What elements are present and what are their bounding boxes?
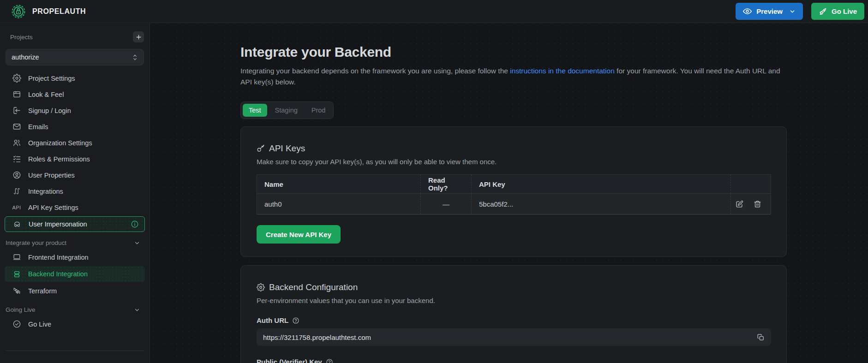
sidebar-item-label: Project Settings: [28, 75, 75, 82]
sidebar-item-label: Organization Settings: [28, 139, 92, 147]
project-selector[interactable]: authorize: [6, 49, 144, 65]
key-icon: [257, 144, 265, 153]
checklist-icon: [12, 155, 21, 163]
main-content: Integrate your Backend Integrating your …: [150, 23, 868, 363]
column-header-api-key: API Key: [471, 175, 730, 193]
sidebar-item-user-impersonation[interactable]: User Impersonation: [5, 216, 145, 232]
topbar: PROPELAUTH Preview Go Live: [0, 0, 868, 23]
intro-text: Integrating your backend depends on the …: [240, 65, 787, 88]
column-header-name: Name: [257, 175, 420, 193]
help-circle-icon[interactable]: [292, 317, 299, 324]
sidebar-item-project-settings[interactable]: Project Settings: [0, 70, 150, 86]
card-subtitle: Make sure to copy your API key(s), as yo…: [257, 158, 771, 166]
auth-url-value: https://3211758.propelauthtest.com: [263, 333, 371, 341]
public-verifier-key-label: Public (Verifier) Key: [257, 358, 322, 363]
section-integrate-your-product[interactable]: Integrate your product: [0, 239, 150, 246]
go-live-label: Go Live: [832, 7, 857, 15]
table-row: auth0 — 5bca05f2...: [257, 193, 771, 214]
sidebar-item-label: Terraform: [28, 287, 57, 295]
sidebar-item-label: Emails: [28, 123, 48, 131]
help-circle-icon[interactable]: [326, 358, 333, 363]
copy-auth-url-button[interactable]: [757, 333, 765, 341]
sidebar-item-integrations[interactable]: Integrations: [0, 183, 150, 199]
card-title: Backend Configuration: [269, 282, 358, 292]
card-subtitle: Per-environment values that you can use …: [257, 297, 771, 304]
sidebar-item-label: User Properties: [28, 172, 75, 179]
sidebar-item-go-live[interactable]: Go Live: [0, 316, 150, 332]
environment-tabs: Test Staging Prod: [240, 101, 334, 119]
sidebar-divider: [6, 351, 144, 351]
projects-label: Projects: [10, 34, 33, 41]
delete-api-key-button[interactable]: [754, 200, 761, 208]
section-going-live[interactable]: Going Live: [0, 306, 150, 313]
column-header-read-only: Read Only?: [420, 175, 471, 193]
sidebar-item-frontend-integration[interactable]: Frontend Integration: [0, 249, 150, 265]
tab-prod[interactable]: Prod: [305, 104, 332, 117]
sidebar-item-label: Backend Integration: [28, 270, 88, 278]
window-icon: [12, 90, 21, 99]
sidebar-item-api-key-settings[interactable]: API API Key Settings: [0, 199, 150, 215]
page-title: Integrate your Backend: [240, 44, 787, 60]
check-circle-icon: [12, 320, 21, 328]
sidebar-item-label: User Impersonation: [29, 220, 87, 228]
sidebar-item-label: Roles & Permissions: [28, 155, 90, 163]
auth-url-field[interactable]: https://3211758.propelauthtest.com: [257, 328, 771, 346]
backend-configuration-card: Backend Configuration Per-environment va…: [240, 265, 787, 363]
info-icon[interactable]: [131, 220, 139, 228]
documentation-link[interactable]: instructions in the documentation: [510, 67, 615, 75]
intro-before: Integrating your backend depends on the …: [240, 67, 510, 75]
tab-staging[interactable]: Staging: [269, 104, 304, 117]
api-key-readonly-cell: —: [420, 194, 471, 214]
tab-test[interactable]: Test: [243, 104, 267, 117]
go-live-button[interactable]: Go Live: [811, 3, 864, 20]
sidebar-item-roles-permissions[interactable]: Roles & Permissions: [0, 151, 150, 167]
section-label: Integrate your product: [6, 239, 66, 246]
project-selector-value: authorize: [12, 54, 39, 61]
sidebar-item-backend-integration[interactable]: Backend Integration: [5, 266, 145, 282]
sidebar-item-user-properties[interactable]: User Properties: [0, 167, 150, 183]
terraform-icon: [12, 286, 21, 295]
chevron-down-icon: [789, 8, 796, 15]
server-icon: [12, 270, 21, 279]
api-key-actions-cell: [730, 194, 771, 214]
table-header-row: Name Read Only? API Key: [257, 175, 771, 193]
column-header-actions: [730, 175, 771, 193]
sidebar-item-label: Signup / Login: [28, 107, 71, 114]
sidebar-item-label: Integrations: [28, 188, 63, 195]
propelauth-logo-icon: [10, 3, 27, 20]
sidebar-item-look-feel[interactable]: Look & Feel: [0, 86, 150, 102]
gear-icon: [257, 283, 265, 292]
api-text-icon: API: [12, 205, 21, 210]
chevron-updown-icon: [132, 54, 138, 61]
add-project-button[interactable]: [133, 31, 144, 42]
integral-icon: [12, 187, 21, 196]
chevron-down-icon: [134, 307, 140, 313]
api-keys-table: Name Read Only? API Key auth0 — 5bca05f2…: [257, 174, 771, 214]
card-title: API Keys: [269, 143, 305, 154]
brand: PROPELAUTH: [10, 3, 86, 20]
preview-label: Preview: [756, 7, 783, 15]
sidebar-item-label: API Key Settings: [28, 204, 78, 211]
login-icon: [12, 106, 21, 115]
create-new-api-key-button[interactable]: Create New API Key: [257, 225, 341, 244]
sidebar-item-emails[interactable]: Emails: [0, 119, 150, 135]
sidebar-item-terraform[interactable]: Terraform: [0, 283, 150, 299]
sidebar-item-label: Frontend Integration: [28, 254, 89, 261]
envelope-icon: [12, 122, 21, 131]
section-label: Going Live: [6, 306, 36, 313]
edit-api-key-button[interactable]: [736, 200, 743, 208]
sidebar-item-organization-settings[interactable]: Organization Settings: [0, 135, 150, 151]
people-icon: [12, 138, 21, 147]
sidebar-item-signup-login[interactable]: Signup / Login: [0, 102, 150, 119]
api-keys-card: API Keys Make sure to copy your API key(…: [240, 126, 787, 257]
user-circle-icon: [12, 171, 21, 179]
rocket-icon: [819, 7, 827, 16]
api-key-value-cell: 5bca05f2...: [471, 194, 730, 214]
auth-url-label: Auth URL: [257, 316, 288, 324]
chevron-down-icon: [134, 240, 140, 246]
monitor-icon: [12, 253, 21, 262]
brand-name: PROPELAUTH: [32, 7, 86, 16]
disguise-icon: [12, 220, 22, 229]
preview-button[interactable]: Preview: [736, 3, 803, 20]
eye-icon: [743, 7, 752, 16]
